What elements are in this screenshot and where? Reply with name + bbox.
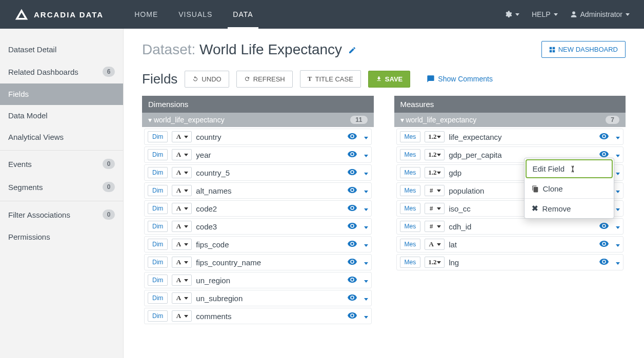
type-glyph: A (175, 204, 182, 213)
visibility-toggle[interactable] (348, 276, 357, 284)
field-menu-trigger[interactable] (616, 204, 620, 213)
ctx-remove[interactable]: ✖Remove (525, 199, 614, 218)
nav-visuals[interactable]: VISUALS (168, 1, 223, 28)
field-type-selector[interactable]: A (425, 239, 445, 250)
sidebar-item-events[interactable]: Events 0 (0, 153, 123, 176)
visibility-toggle[interactable] (599, 222, 609, 230)
field-menu-trigger[interactable] (364, 151, 368, 159)
edit-dataset-name[interactable] (348, 41, 356, 58)
refresh-button[interactable]: REFRESH (236, 71, 293, 88)
field-row[interactable]: DimAcountry (144, 129, 372, 145)
field-menu-trigger[interactable] (364, 204, 368, 213)
field-type-selector[interactable]: # (425, 203, 445, 214)
field-type-selector[interactable]: A (172, 167, 192, 178)
show-comments-link[interactable]: Show Comments (427, 75, 493, 83)
field-menu-trigger[interactable] (616, 133, 620, 141)
field-row[interactable]: Mes1.2life_expectancy (396, 129, 624, 145)
field-row[interactable]: DimAfips_country_name (144, 254, 372, 270)
undo-button[interactable]: UNDO (185, 71, 229, 88)
ctx-edit-field[interactable]: Edit Field (526, 159, 613, 178)
settings-menu[interactable] (504, 10, 519, 18)
field-row[interactable]: DimAfips_code (144, 236, 372, 252)
field-type-selector[interactable]: # (425, 221, 445, 232)
visibility-toggle[interactable] (348, 312, 357, 320)
visibility-toggle[interactable] (348, 222, 357, 230)
visibility-toggle[interactable] (348, 204, 357, 213)
field-menu-trigger[interactable] (364, 240, 368, 248)
sidebar-item-analytical-views[interactable]: Analytical Views (0, 127, 123, 148)
field-type-selector[interactable]: # (425, 185, 445, 196)
field-type-selector[interactable]: A (172, 310, 192, 322)
visibility-toggle[interactable] (348, 133, 357, 141)
badge: 0 (103, 159, 115, 169)
field-row[interactable]: DimAyear (144, 146, 372, 163)
field-row[interactable]: DimAalt_names (144, 182, 372, 199)
field-row[interactable]: DimAcountry_5 (144, 164, 372, 181)
field-menu-trigger[interactable] (364, 312, 368, 320)
measures-table-row[interactable]: ▾ world_life_expectancy 7 (394, 113, 626, 127)
sidebar-item-related-dashboards[interactable]: Related Dashboards 6 (0, 60, 123, 83)
visibility-toggle[interactable] (348, 258, 357, 266)
visibility-toggle[interactable] (599, 133, 609, 141)
sidebar-item-fields[interactable]: Fields (0, 83, 123, 105)
eye-icon (348, 223, 357, 229)
field-row[interactable]: Mes#cdh_id (396, 218, 624, 235)
field-type-selector[interactable]: A (172, 149, 192, 160)
field-menu-trigger[interactable] (364, 186, 368, 195)
field-menu-trigger[interactable] (364, 169, 368, 177)
nav-home[interactable]: HOME (124, 1, 168, 28)
save-button[interactable]: SAVE (368, 71, 410, 88)
field-type-selector[interactable]: A (172, 257, 192, 268)
field-row[interactable]: DimAcomments (144, 308, 372, 324)
new-dashboard-button[interactable]: NEW DASHBOARD (541, 41, 626, 58)
field-type-selector[interactable]: A (172, 185, 192, 196)
field-type-selector[interactable]: 1.2 (425, 167, 445, 178)
user-menu[interactable]: Administrator (570, 10, 630, 18)
visibility-toggle[interactable] (599, 240, 609, 248)
visibility-toggle[interactable] (348, 169, 357, 177)
nav-data[interactable]: DATA (223, 1, 263, 28)
title-case-button[interactable]: T TITLE CASE (300, 70, 361, 88)
field-row[interactable]: Mes1.2lng (396, 254, 624, 270)
field-row[interactable]: Mes1.2gdpEdit FieldClone✖Remove (396, 164, 624, 181)
sidebar-item-dataset-detail[interactable]: Dataset Detail (0, 39, 123, 60)
field-type-selector[interactable]: A (172, 221, 192, 232)
field-type-selector[interactable]: 1.2 (425, 131, 445, 142)
visibility-toggle[interactable] (348, 294, 357, 302)
field-menu-trigger[interactable] (616, 151, 620, 159)
field-menu-trigger[interactable] (364, 133, 368, 141)
ctx-clone[interactable]: Clone (525, 179, 614, 198)
field-menu-trigger[interactable] (616, 186, 620, 195)
field-row[interactable]: DimAcode3 (144, 218, 372, 235)
visibility-toggle[interactable] (348, 151, 357, 159)
field-type-selector[interactable]: A (172, 131, 192, 142)
brand-logo[interactable]: ARCADIA DATA (14, 7, 104, 22)
field-type-selector[interactable]: A (172, 203, 192, 214)
field-menu-trigger[interactable] (616, 240, 620, 248)
sidebar-item-data-model[interactable]: Data Model (0, 105, 123, 127)
dimensions-table-row[interactable]: ▾ world_life_expectancy 11 (142, 113, 374, 127)
field-menu-trigger[interactable] (616, 169, 620, 177)
field-type-selector[interactable]: 1.2 (425, 149, 445, 160)
field-type-selector[interactable]: 1.2 (425, 257, 445, 268)
visibility-toggle[interactable] (348, 240, 357, 248)
field-row[interactable]: DimAcode2 (144, 200, 372, 217)
field-type-selector[interactable]: A (172, 275, 192, 286)
sidebar-item-filter-associations[interactable]: Filter Associations 0 (0, 203, 123, 226)
field-type-selector[interactable]: A (172, 292, 192, 304)
sidebar-item-permissions[interactable]: Permissions (0, 226, 123, 248)
visibility-toggle[interactable] (599, 258, 609, 266)
field-row[interactable]: DimAun_region (144, 272, 372, 288)
field-type-selector[interactable]: A (172, 239, 192, 250)
field-menu-trigger[interactable] (364, 222, 368, 230)
field-row[interactable]: DimAun_subregion (144, 290, 372, 306)
field-menu-trigger[interactable] (364, 258, 368, 266)
field-menu-trigger[interactable] (364, 276, 368, 284)
field-menu-trigger[interactable] (364, 294, 368, 302)
field-row[interactable]: MesAlat (396, 236, 624, 252)
field-menu-trigger[interactable] (616, 222, 620, 230)
visibility-toggle[interactable] (348, 186, 357, 195)
help-menu[interactable]: HELP (532, 10, 558, 18)
field-menu-trigger[interactable] (616, 258, 620, 266)
sidebar-item-segments[interactable]: Segments 0 (0, 176, 123, 199)
